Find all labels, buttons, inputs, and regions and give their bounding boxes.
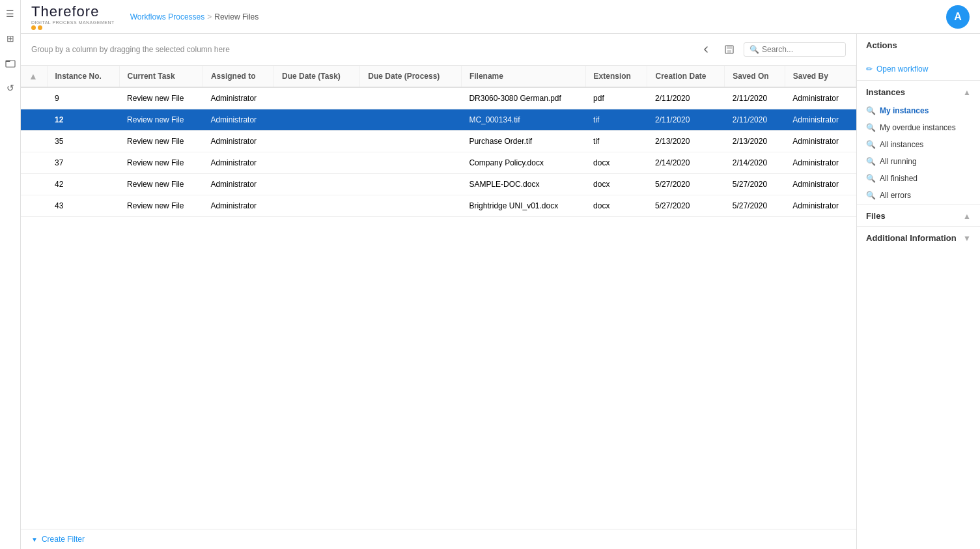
additional-info-title: Additional Information (866, 233, 957, 243)
svg-rect-3 (727, 50, 731, 53)
instances-my-instances[interactable]: 🔍 My instances (857, 102, 980, 119)
actions-header: Actions (857, 34, 980, 55)
left-sidebar: ☰ ⊞ ↺ (0, 0, 21, 549)
right-panel: Actions ✏ Open workflow Instances ▲ 🔍 (856, 34, 980, 549)
avatar[interactable]: A (946, 5, 970, 29)
logo-subtitle: DIGITAL PROCESS MANAGEMENT (31, 20, 115, 25)
table-row[interactable]: 35Review new FileAdministratorPurchase O… (21, 131, 856, 152)
create-filter-link[interactable]: Create Filter (42, 535, 85, 544)
additional-info-section: Additional Information ▼ (857, 227, 980, 248)
additional-info-collapse-icon[interactable]: ▼ (963, 234, 971, 243)
table-row[interactable]: 43Review new FileAdministratorBrightridg… (21, 195, 856, 217)
all-finished-label: All finished (880, 174, 917, 183)
instances-all-running[interactable]: 🔍 All running (857, 153, 980, 170)
table-row[interactable]: 9Review new FileAdministratorDR3060-3080… (21, 87, 856, 109)
all-finished-icon: 🔍 (866, 174, 876, 183)
toolbar-save-icon[interactable] (720, 40, 738, 59)
my-instances-icon: 🔍 (866, 106, 876, 115)
table-scroll: ▲ Instance No. Current Task Assigned to … (21, 66, 856, 529)
instances-collapse-icon[interactable]: ▲ (963, 88, 971, 97)
table-area: Group by a column by dragging the select… (21, 34, 856, 549)
th-sort[interactable]: ▲ (21, 66, 47, 87)
my-overdue-label: My overdue instances (880, 123, 956, 132)
search-input[interactable] (762, 45, 840, 54)
breadcrumb-parent[interactable]: Workflows Processes (130, 12, 204, 21)
files-section: Files ▲ (857, 204, 980, 227)
actions-section: Actions ✏ Open workflow (857, 34, 980, 81)
edit-icon: ✏ (866, 64, 873, 74)
logo-dot-2 (38, 25, 42, 30)
all-running-icon: 🔍 (866, 157, 876, 166)
all-errors-label: All errors (880, 191, 911, 200)
instances-all-finished[interactable]: 🔍 All finished (857, 170, 980, 187)
search-box: 🔍 (744, 42, 846, 57)
files-collapse-icon[interactable]: ▲ (963, 212, 971, 221)
logo-text: Therefore (31, 3, 99, 20)
logo-dots (31, 25, 42, 30)
my-overdue-icon: 🔍 (866, 123, 876, 132)
th-due-date-task[interactable]: Due Date (Task) (274, 66, 360, 87)
th-due-date-process[interactable]: Due Date (Process) (360, 66, 462, 87)
th-saved-on[interactable]: Saved On (725, 66, 785, 87)
actions-title: Actions (866, 40, 897, 50)
instances-all-instances[interactable]: 🔍 All instances (857, 136, 980, 153)
instances-header: Instances ▲ (857, 81, 980, 102)
instances-section: Instances ▲ 🔍 My instances 🔍 My overdue … (857, 81, 980, 204)
table-body: 9Review new FileAdministratorDR3060-3080… (21, 87, 856, 217)
instances-title: Instances (866, 87, 905, 97)
table-footer: ▼ Create Filter (21, 529, 856, 549)
th-instance-no[interactable]: Instance No. (47, 66, 119, 87)
breadcrumb-current: Review Files (214, 12, 259, 21)
sidebar-grid-icon[interactable]: ⊞ (3, 31, 18, 46)
all-instances-label: All instances (880, 140, 923, 149)
logo-dot-1 (31, 25, 36, 30)
th-extension[interactable]: Extension (585, 66, 647, 87)
header-right: A (946, 5, 970, 29)
files-title: Files (866, 211, 886, 221)
th-creation-date[interactable]: Creation Date (647, 66, 725, 87)
instances-all-errors[interactable]: 🔍 All errors (857, 187, 980, 204)
files-header[interactable]: Files ▲ (857, 204, 980, 226)
all-running-label: All running (880, 157, 917, 166)
logo: Therefore DIGITAL PROCESS MANAGEMENT (31, 3, 115, 30)
sidebar-refresh-icon[interactable]: ↺ (3, 81, 18, 95)
instances-my-overdue[interactable]: 🔍 My overdue instances (857, 119, 980, 136)
sidebar-folder-icon[interactable] (3, 56, 18, 70)
additional-info-header[interactable]: Additional Information ▼ (857, 227, 980, 248)
svg-rect-2 (727, 46, 732, 49)
filter-icon: ▼ (31, 536, 38, 543)
all-errors-icon: 🔍 (866, 191, 876, 200)
search-icon: 🔍 (749, 45, 759, 54)
open-workflow-action[interactable]: ✏ Open workflow (857, 61, 980, 77)
all-instances-icon: 🔍 (866, 140, 876, 149)
table-row[interactable]: 42Review new FileAdministratorSAMPLE-DOC… (21, 174, 856, 195)
group-hint: Group by a column by dragging the select… (31, 45, 692, 54)
my-instances-label: My instances (880, 106, 929, 115)
breadcrumb-separator: > (207, 12, 212, 21)
th-filename[interactable]: Filename (461, 66, 585, 87)
table-header: ▲ Instance No. Current Task Assigned to … (21, 66, 856, 87)
header: Therefore DIGITAL PROCESS MANAGEMENT Wor… (21, 0, 980, 34)
table-toolbar: Group by a column by dragging the select… (21, 34, 856, 66)
table-row[interactable]: 12Review new FileAdministratorMC_000134.… (21, 109, 856, 131)
actions-list: ✏ Open workflow (857, 55, 980, 80)
th-assigned-to[interactable]: Assigned to (203, 66, 273, 87)
breadcrumb: Workflows Processes > Review Files (130, 12, 259, 21)
toolbar-arrow-left[interactable] (697, 40, 715, 59)
sidebar-menu-icon[interactable]: ☰ (3, 7, 18, 21)
open-workflow-label: Open workflow (876, 64, 928, 74)
table-row[interactable]: 37Review new FileAdministratorCompany Po… (21, 152, 856, 174)
data-table: ▲ Instance No. Current Task Assigned to … (21, 66, 856, 217)
th-current-task[interactable]: Current Task (119, 66, 203, 87)
toolbar-icons: 🔍 (697, 40, 846, 59)
th-saved-by[interactable]: Saved By (785, 66, 856, 87)
